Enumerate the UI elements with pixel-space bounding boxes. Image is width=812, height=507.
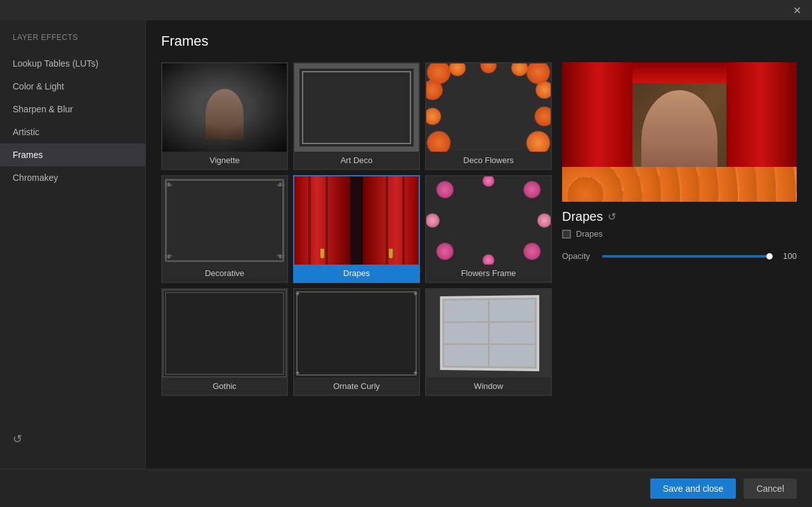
frames-grid: Vignette Art Deco Deco Flo: [161, 62, 552, 456]
close-button[interactable]: ✕: [787, 0, 807, 20]
frame-art-deco-thumbnail: [294, 63, 419, 152]
frame-vignette[interactable]: Vignette: [161, 62, 288, 170]
window-pane-3: [444, 323, 488, 344]
window-pane-2: [489, 300, 534, 322]
sidebar-title: Layer Effects: [0, 33, 145, 52]
frame-flowers-frame-thumbnail: [426, 176, 551, 265]
content-area: Frames Vignette: [146, 20, 812, 469]
drape-right: [363, 176, 419, 265]
frame-art-deco[interactable]: Art Deco: [293, 62, 420, 170]
sidebar-bottom: ↺: [0, 422, 145, 456]
frame-drapes-label: Drapes: [294, 265, 419, 282]
deco-corner-tr: ❧: [273, 178, 285, 190]
main-layout: Layer Effects Lookup Tables (LUTs) Color…: [0, 20, 812, 469]
deco-corner-br: ❧: [273, 251, 285, 263]
sidebar-item-chromakey[interactable]: Chromakey: [0, 166, 145, 189]
frame-deco-flowers-thumbnail: [426, 63, 551, 152]
frame-flowers-frame[interactable]: Flowers Frame: [425, 175, 552, 283]
sidebar-item-frames[interactable]: Frames: [0, 143, 145, 166]
reset-icon-sidebar[interactable]: ↺: [13, 433, 22, 445]
frame-gothic[interactable]: Gothic: [161, 288, 288, 396]
ornate-corner-tr: ✦: [412, 289, 419, 298]
frame-window-thumbnail: [426, 289, 551, 378]
sidebar-item-artistic[interactable]: Artistic: [0, 121, 145, 143]
opacity-slider[interactable]: [602, 255, 773, 258]
preview-panel-title: Drapes ↺: [562, 209, 797, 224]
drape-left: [294, 176, 350, 265]
drapes-checkbox[interactable]: [562, 230, 571, 239]
sidebar-item-color-light[interactable]: Color & Light: [0, 75, 145, 98]
window-frame-visual: [440, 295, 539, 371]
frame-flowers-frame-label: Flowers Frame: [426, 265, 551, 282]
frame-ornate-curly-label: Ornate Curly: [294, 378, 419, 395]
deco-corner-bl: ❧: [164, 251, 176, 263]
title-bar: ✕: [0, 0, 812, 20]
frame-gothic-label: Gothic: [162, 378, 287, 395]
preview-image-bg: [562, 62, 797, 202]
cancel-button[interactable]: Cancel: [743, 478, 797, 499]
frame-ornate-curly[interactable]: ✦ ✦ ✦ ✦ Ornate Curly: [293, 288, 420, 396]
bottom-bar: Save and close Cancel: [0, 469, 812, 507]
frame-deco-flowers[interactable]: Deco Flowers: [425, 62, 552, 170]
window-pane-4: [489, 323, 534, 344]
sidebar-item-lookup-tables[interactable]: Lookup Tables (LUTs): [0, 52, 145, 75]
preview-option-drapes: Drapes: [562, 229, 797, 239]
window-pane-5: [444, 346, 488, 367]
window-pane-6: [489, 346, 534, 367]
grid-and-preview: Vignette Art Deco Deco Flo: [161, 62, 797, 456]
frame-vignette-thumbnail: [162, 63, 287, 152]
preview-panel: Drapes ↺ Drapes Opacity 100: [562, 62, 797, 456]
window-pane-1: [444, 300, 488, 321]
frame-drapes[interactable]: Drapes: [293, 175, 420, 283]
content-title: Frames: [161, 33, 797, 49]
drapes-option-label: Drapes: [576, 229, 603, 239]
frame-decorative[interactable]: ❧ ❧ ❧ ❧ Decorative: [161, 175, 288, 283]
deco-corner-tl: ❧: [164, 178, 176, 190]
frame-decorative-thumbnail: ❧ ❧ ❧ ❧: [162, 176, 287, 265]
frame-gothic-thumbnail: [162, 289, 287, 378]
preview-reset-icon[interactable]: ↺: [608, 211, 616, 223]
preview-image-container: [562, 62, 797, 202]
ornate-corner-br: ✦: [412, 369, 419, 378]
save-and-close-button[interactable]: Save and close: [650, 478, 737, 499]
opacity-value: 100: [778, 251, 797, 261]
opacity-slider-thumb: [766, 253, 773, 260]
preview-flowers-bottom: [562, 167, 797, 202]
opacity-row: Opacity 100: [562, 251, 797, 261]
sidebar: Layer Effects Lookup Tables (LUTs) Color…: [0, 20, 146, 469]
opacity-label: Opacity: [562, 251, 597, 261]
frame-window[interactable]: Window: [425, 288, 552, 396]
frame-vignette-label: Vignette: [162, 152, 287, 169]
frame-ornate-curly-thumbnail: ✦ ✦ ✦ ✦: [294, 289, 419, 378]
frame-art-deco-label: Art Deco: [294, 152, 419, 169]
frame-deco-flowers-label: Deco Flowers: [426, 152, 551, 169]
ornate-corner-bl: ✦: [294, 369, 301, 378]
ornate-corner-tl: ✦: [294, 289, 301, 298]
frame-drapes-thumbnail: [294, 176, 419, 265]
frame-decorative-label: Decorative: [162, 265, 287, 282]
sidebar-item-sharpen-blur[interactable]: Sharpen & Blur: [0, 98, 145, 121]
frame-window-label: Window: [426, 378, 551, 395]
